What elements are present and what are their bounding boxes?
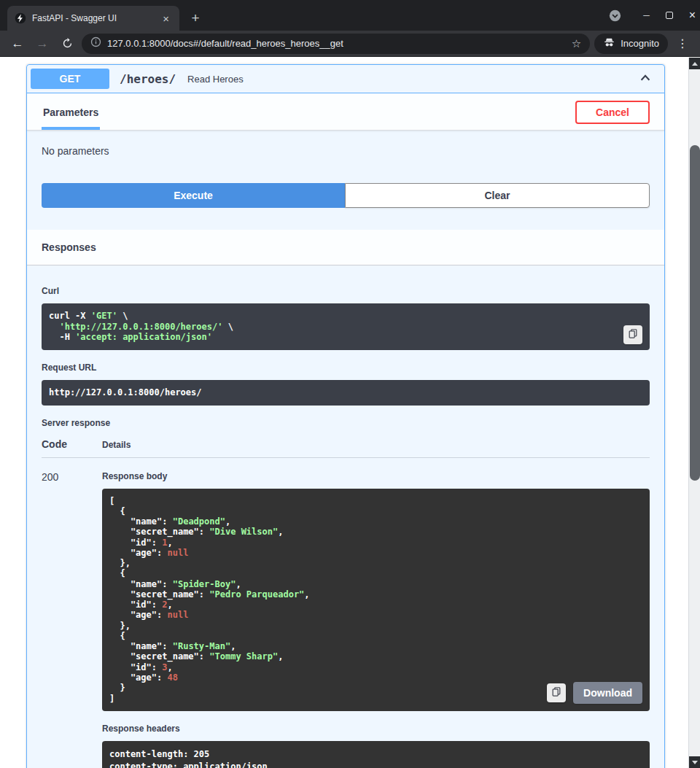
scroll-down-icon[interactable] xyxy=(689,756,700,768)
browser-toolbar: ← → 127.0.0.1:8000/docs#/default/read_he… xyxy=(0,31,700,57)
curl-label: Curl xyxy=(42,286,650,296)
response-body-text: [ { "name": "Deadpond", "secret_name": "… xyxy=(109,496,642,704)
clear-button[interactable]: Clear xyxy=(345,183,650,208)
incognito-label: Incognito xyxy=(621,38,659,49)
tab-parameters: Parameters xyxy=(42,102,100,130)
response-headers-block: content-length: 205 content-type: applic… xyxy=(102,741,650,768)
request-url-block: http://127.0.0.1:8000/heroes/ xyxy=(42,380,650,406)
response-headers-text: content-length: 205 content-type: applic… xyxy=(109,748,642,768)
download-button[interactable]: Download xyxy=(573,682,642,704)
url-text: 127.0.0.1:8000/docs#/default/read_heroes… xyxy=(107,38,566,49)
fastapi-logo-icon xyxy=(15,12,26,24)
response-body-controls: Download xyxy=(547,682,642,704)
details-column-header: Details xyxy=(102,440,650,450)
tab-close-icon[interactable]: × xyxy=(160,12,172,26)
tab-strip: FastAPI - Swagger UI × + ─ × xyxy=(0,0,700,31)
curl-command-text: curl -X 'GET' \ 'http://127.0.0.1:8000/h… xyxy=(49,311,642,343)
server-response-label: Server response xyxy=(42,418,650,428)
status-code: 200 xyxy=(42,471,102,768)
browser-tab[interactable]: FastAPI - Swagger UI × xyxy=(7,6,179,31)
menu-icon[interactable]: ⋮ xyxy=(672,36,693,50)
operation-path: /heroes/ xyxy=(120,72,176,86)
response-body-label: Response body xyxy=(102,471,650,481)
operation-summary: Read Heroes xyxy=(187,74,244,85)
parameters-section-header: Parameters Cancel xyxy=(27,93,664,131)
response-headers-label: Response headers xyxy=(102,724,650,734)
request-url-label: Request URL xyxy=(42,362,650,373)
tab-title: FastAPI - Swagger UI xyxy=(32,13,154,23)
response-details: Response body [ { "name": "Deadpond", "s… xyxy=(102,471,650,768)
url-bar[interactable]: 127.0.0.1:8000/docs#/default/read_heroes… xyxy=(82,34,590,54)
clipboard-icon xyxy=(551,686,561,699)
new-tab-button[interactable]: + xyxy=(185,8,206,28)
minimize-button[interactable]: ─ xyxy=(643,10,650,20)
execute-row: Execute Clear xyxy=(27,182,664,230)
opblock-summary[interactable]: GET /heroes/ Read Heroes xyxy=(27,65,664,93)
page-content: GET /heroes/ Read Heroes Parameters Canc… xyxy=(0,58,688,768)
tab-search-icon[interactable] xyxy=(609,9,621,22)
forward-icon[interactable]: → xyxy=(32,34,52,54)
incognito-badge: Incognito xyxy=(594,34,668,54)
scrollbar[interactable] xyxy=(688,58,700,768)
no-parameters-text: No parameters xyxy=(27,131,664,182)
cancel-button[interactable]: Cancel xyxy=(575,101,650,124)
execute-button[interactable]: Execute xyxy=(42,183,345,208)
refresh-icon[interactable] xyxy=(57,34,77,54)
incognito-icon xyxy=(603,36,615,51)
response-body-block: [ { "name": "Deadpond", "secret_name": "… xyxy=(102,489,650,711)
maximize-button[interactable] xyxy=(666,9,673,22)
chevron-up-icon[interactable] xyxy=(639,70,661,88)
code-column-header: Code xyxy=(42,438,102,450)
copy-response-button[interactable] xyxy=(547,683,566,702)
back-icon[interactable]: ← xyxy=(7,34,28,54)
response-table-header: Code Details xyxy=(42,438,650,458)
copy-curl-button[interactable] xyxy=(623,325,642,344)
info-icon[interactable] xyxy=(90,36,101,50)
screen: { "browser": { "tab_title": "FastAPI - S… xyxy=(0,0,700,768)
clipboard-icon xyxy=(628,328,638,341)
responses-body: Curl curl -X 'GET' \ 'http://127.0.0.1:8… xyxy=(27,265,664,768)
window-controls: ─ × xyxy=(609,0,696,31)
method-badge: GET xyxy=(31,69,109,89)
opblock-get-heroes: GET /heroes/ Read Heroes Parameters Canc… xyxy=(26,64,665,768)
request-url-text: http://127.0.0.1:8000/heroes/ xyxy=(49,387,642,398)
close-window-button[interactable]: × xyxy=(689,9,696,22)
scroll-up-icon[interactable] xyxy=(689,58,700,69)
maximize-icon xyxy=(666,12,673,19)
star-icon[interactable]: ☆ xyxy=(572,37,581,50)
parameters-title: Parameters xyxy=(43,106,98,118)
curl-command-block: curl -X 'GET' \ 'http://127.0.0.1:8000/h… xyxy=(42,303,650,350)
server-response-table: Code Details 200 Response body [ { "name… xyxy=(42,438,650,768)
response-row-200: 200 Response body [ { "name": "Deadpond"… xyxy=(42,458,650,768)
scrollbar-thumb[interactable] xyxy=(690,145,700,481)
responses-title: Responses xyxy=(42,241,96,253)
responses-section-header: Responses xyxy=(27,230,664,265)
opblock-body: Parameters Cancel No parameters Execute … xyxy=(27,93,664,768)
